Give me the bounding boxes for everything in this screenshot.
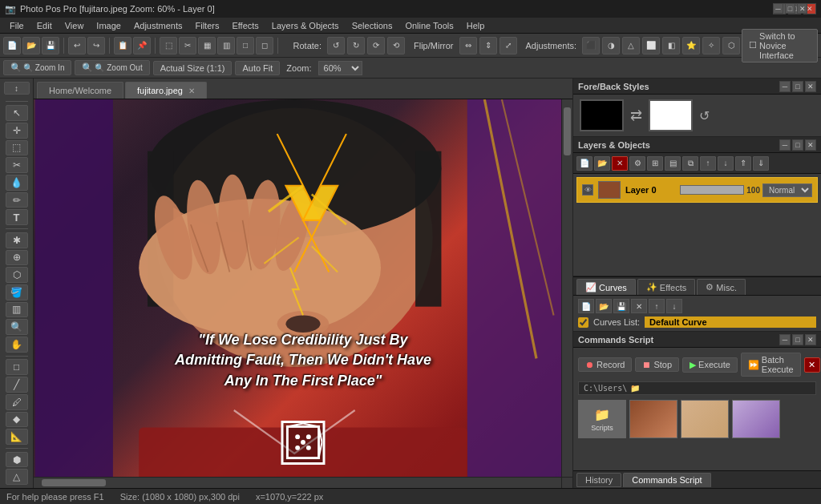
tool-hand[interactable]: ✋ — [6, 337, 28, 353]
tool-text[interactable]: T — [6, 209, 28, 225]
tool-extra1[interactable]: ⬢ — [6, 452, 28, 468]
menu-effects[interactable]: Effects — [225, 19, 265, 32]
canvas-panel-minimize[interactable]: ─ — [773, 3, 783, 14]
menu-file[interactable]: File — [3, 19, 30, 32]
tool-selector[interactable]: ↕ — [4, 82, 30, 95]
tab-misc[interactable]: ⚙ Misc. — [697, 279, 746, 295]
tool-clone[interactable]: ✱ — [6, 232, 28, 248]
rotate-cw-button[interactable]: ⟳ — [367, 37, 385, 54]
layers-close-button[interactable]: ✕ — [805, 139, 816, 151]
curves-up-button[interactable]: ↑ — [649, 299, 665, 313]
curves-down-button[interactable]: ↓ — [666, 299, 682, 313]
tab-close-icon[interactable]: ✕ — [188, 87, 195, 95]
tab-history[interactable]: History — [576, 473, 621, 487]
curves-new-button[interactable]: 📄 — [578, 299, 594, 313]
save-button[interactable]: 💾 — [42, 37, 59, 54]
curves-delete-button[interactable]: ✕ — [631, 299, 647, 313]
rotate-ccw-button[interactable]: ⟲ — [387, 37, 405, 54]
thumb-item-1[interactable] — [629, 400, 677, 438]
rotate-left-button[interactable]: ↺ — [327, 37, 345, 54]
tool-pen[interactable]: 🖊 — [6, 394, 28, 410]
tool-zoom[interactable]: 🔍 — [6, 319, 28, 335]
layer-settings-button[interactable]: ⚙ — [629, 156, 645, 171]
background-color-swatch[interactable] — [649, 99, 693, 131]
adj8-button[interactable]: ⬡ — [722, 37, 740, 54]
flip-v-button[interactable]: ⇕ — [479, 37, 497, 54]
resize-button[interactable]: ⬚ — [160, 37, 177, 54]
paste-button[interactable]: 📌 — [133, 37, 151, 54]
view4-button[interactable]: ◻ — [256, 37, 273, 54]
canvas-panel-close[interactable]: ✕ — [797, 3, 807, 14]
commands-x-button[interactable]: ✕ — [804, 357, 820, 373]
swap-colors-icon[interactable]: ⇄ — [630, 107, 642, 124]
execute-button[interactable]: ▶ Execute — [682, 357, 738, 373]
adj4-button[interactable]: ⬜ — [642, 37, 660, 54]
zoom-in-button[interactable]: 🔍 🔍 Zoom In — [3, 60, 71, 75]
foreback-float-button[interactable]: □ — [792, 81, 803, 92]
adj3-button[interactable]: △ — [622, 37, 640, 54]
new-button[interactable]: 📄 — [3, 37, 21, 54]
thumb-item-2[interactable] — [681, 400, 729, 438]
novice-interface-button[interactable]: ☐ Switch to Novice Interface — [742, 29, 818, 62]
copy-button[interactable]: 📋 — [114, 37, 131, 54]
merge-layer-button[interactable]: ⊞ — [647, 156, 663, 171]
vertical-scroll-thumb[interactable] — [564, 107, 571, 155]
undo-button[interactable]: ↩ — [68, 37, 86, 54]
menu-help[interactable]: Help — [460, 19, 491, 32]
layer-opacity-slider[interactable] — [680, 185, 744, 195]
tool-heal[interactable]: ⊕ — [6, 250, 28, 266]
tool-eyedrop[interactable]: 💧 — [6, 175, 28, 191]
rotate-right-button[interactable]: ↻ — [347, 37, 365, 54]
layer-bottom-button[interactable]: ⇓ — [753, 156, 769, 171]
tool-measure[interactable]: 📐 — [6, 429, 28, 445]
layer-item[interactable]: 👁 Layer 0 100 Normal Multiply Screen — [576, 177, 818, 203]
flip-h-button[interactable]: ⇔ — [459, 37, 477, 54]
new-layer-button[interactable]: 📄 — [576, 156, 592, 171]
tool-line[interactable]: ╱ — [6, 377, 28, 393]
flip-d-button[interactable]: ⤢ — [499, 37, 517, 54]
tab-effects[interactable]: ✨ Effects — [637, 279, 695, 295]
tool-crop[interactable]: ✂ — [6, 157, 28, 173]
adj7-button[interactable]: ✧ — [702, 37, 720, 54]
zoom-out-button[interactable]: 🔍 🔍 Zoom Out — [75, 60, 149, 75]
foreground-color-swatch[interactable] — [580, 99, 624, 131]
view3-button[interactable]: □ — [237, 37, 254, 54]
canvas-panel-maximize[interactable]: □ — [785, 3, 795, 14]
tool-erase[interactable]: ⬡ — [6, 267, 28, 283]
browse-icon[interactable]: 📁 — [630, 384, 640, 393]
foreback-pin-button[interactable]: ─ — [779, 81, 791, 92]
tool-gradient[interactable]: ▥ — [6, 302, 28, 318]
delete-layer-button[interactable]: ✕ — [612, 156, 628, 171]
tool-shape[interactable]: □ — [6, 359, 28, 375]
view1-button[interactable]: ▦ — [198, 37, 216, 54]
scripts-folder-thumb[interactable]: 📁 Scripts — [578, 400, 626, 438]
tool-node[interactable]: ◆ — [6, 412, 28, 428]
thumb-item-3[interactable] — [732, 400, 780, 438]
tool-select[interactable]: ↖ — [6, 105, 28, 121]
adj6-button[interactable]: ⭐ — [682, 37, 700, 54]
layer-down-button[interactable]: ↓ — [718, 156, 734, 171]
horizontal-scroll-thumb[interactable] — [42, 479, 106, 486]
duplicate-layer-button[interactable]: ⧉ — [682, 156, 698, 171]
open-layer-button[interactable]: 📂 — [594, 156, 610, 171]
adj1-button[interactable]: ⬛ — [582, 37, 600, 54]
tool-lasso[interactable]: ⬚ — [6, 140, 28, 156]
menu-edit[interactable]: Edit — [30, 19, 59, 32]
curves-enable-checkbox[interactable] — [578, 317, 588, 328]
layers-pin-button[interactable]: ─ — [779, 139, 791, 151]
menu-layers-objects[interactable]: Layers & Objects — [265, 19, 346, 32]
tool-fill[interactable]: 🪣 — [6, 284, 28, 300]
redo-button[interactable]: ↪ — [87, 37, 105, 54]
reset-colors-button[interactable]: ↺ — [699, 108, 710, 123]
tab-commands-script[interactable]: Commands Script — [623, 473, 710, 487]
layer-top-button[interactable]: ⇑ — [735, 156, 751, 171]
actual-size-button[interactable]: Actual Size (1:1) — [153, 61, 233, 75]
horizontal-scrollbar[interactable] — [34, 477, 561, 488]
batch-execute-button[interactable]: ⏩ Batch Execute — [741, 353, 801, 377]
commands-float-button[interactable]: □ — [792, 334, 803, 345]
menu-filters[interactable]: Filters — [188, 19, 225, 32]
menu-view[interactable]: View — [59, 19, 91, 32]
commands-close-button[interactable]: ✕ — [805, 334, 816, 345]
auto-fit-button[interactable]: Auto Fit — [235, 61, 280, 75]
tab-fujitaro[interactable]: fujitaro.jpeg ✕ — [125, 82, 207, 99]
